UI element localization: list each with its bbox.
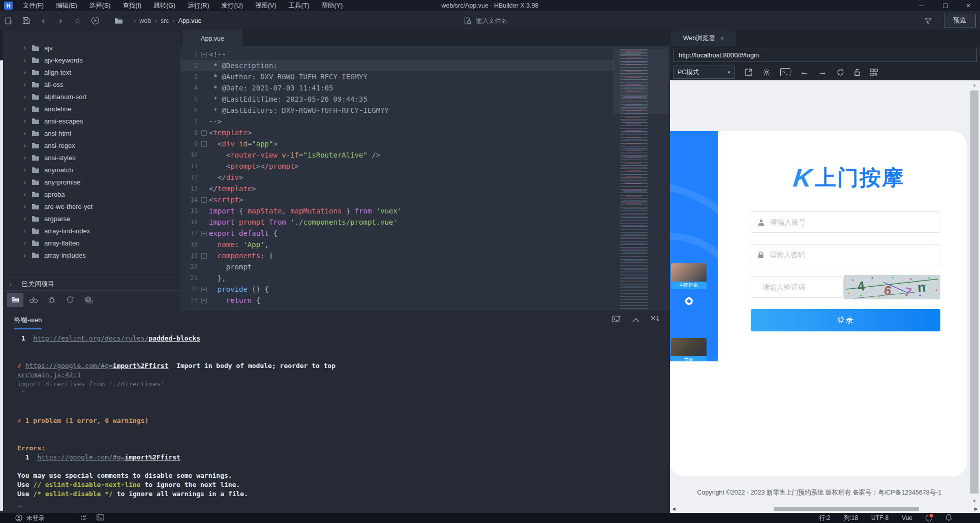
code-line[interactable]: 10 <router-view v-if="isRouterAlive" />: [180, 149, 614, 161]
fold-toggle[interactable]: [201, 175, 207, 180]
scroll-up-icon[interactable]: ▲: [969, 82, 980, 87]
chevron-right-icon[interactable]: [23, 239, 32, 247]
minimap-viewport[interactable]: [613, 49, 668, 114]
code-line[interactable]: 7 -->: [180, 116, 614, 127]
code-line[interactable]: 20 prompt: [180, 261, 614, 272]
close-tab-icon[interactable]: ×: [720, 35, 724, 42]
tree-item-folder[interactable]: are-we-there-yet: [3, 200, 180, 212]
tree-item-folder[interactable]: array-find-index: [3, 225, 180, 237]
tree-item-folder[interactable]: ansi-escapes: [3, 115, 180, 127]
code-line[interactable]: 18 name: 'App',: [180, 239, 614, 250]
chevron-right-icon[interactable]: [23, 214, 32, 223]
menu-item[interactable]: 选择(S): [84, 1, 116, 11]
tree-item-folder[interactable]: ansi-styles: [3, 151, 180, 164]
tab-app-vue[interactable]: App.vue: [182, 30, 242, 46]
fold-toggle[interactable]: [201, 85, 207, 91]
code-line[interactable]: 14 − <script>: [180, 194, 614, 205]
collapse-panel-button[interactable]: [632, 316, 639, 324]
code-line[interactable]: 11 <prompt></prompt>: [180, 161, 614, 172]
fold-toggle[interactable]: [201, 242, 207, 248]
fold-toggle[interactable]: [201, 275, 207, 281]
update-notification-icon[interactable]: [926, 515, 932, 521]
fold-toggle[interactable]: −: [201, 253, 207, 259]
tree-item-folder[interactable]: amdefine: [3, 103, 180, 115]
chevron-right-icon[interactable]: [23, 202, 32, 210]
terminal-tab-web[interactable]: 终端-web: [14, 316, 42, 329]
closed-projects-row[interactable]: 已关闭项目: [3, 278, 180, 290]
vertical-scroll-thumb[interactable]: [970, 90, 978, 494]
scroll-right-icon[interactable]: ▶: [974, 506, 978, 511]
tree-item-folder[interactable]: argparse: [3, 212, 180, 225]
chevron-right-icon[interactable]: [23, 178, 32, 186]
fold-toggle[interactable]: [201, 264, 207, 270]
menu-item[interactable]: 工具(T): [284, 1, 315, 11]
fold-toggle[interactable]: [201, 63, 207, 69]
close-button[interactable]: ×: [957, 0, 980, 11]
fold-toggle[interactable]: −: [201, 52, 207, 57]
code-line[interactable]: 2 * @Description:: [180, 60, 614, 71]
files-view-button[interactable]: [7, 293, 23, 307]
tree-item-folder[interactable]: ansi-html: [3, 127, 180, 139]
encoding-indicator[interactable]: UTF-8: [871, 514, 889, 521]
code-line[interactable]: 16 import prompt from './components/prom…: [180, 217, 614, 228]
password-input[interactable]: [770, 251, 934, 259]
chevron-right-icon[interactable]: [23, 44, 32, 52]
code-line[interactable]: 17 − export default {: [180, 228, 614, 239]
scroll-left-icon[interactable]: ◀: [672, 506, 676, 511]
horizontal-scrollbar[interactable]: ◀ ▶: [670, 506, 980, 513]
favorite-button[interactable]: ☆: [69, 14, 86, 27]
fold-toggle[interactable]: [201, 119, 207, 125]
horizontal-scroll-thumb[interactable]: [774, 507, 919, 511]
back-button[interactable]: ‹: [35, 14, 52, 27]
tree-item-folder[interactable]: any-promise: [3, 176, 180, 188]
code-line[interactable]: 1 − <!--: [180, 49, 614, 60]
history-view-button[interactable]: [62, 293, 78, 307]
chevron-right-icon[interactable]: [23, 117, 32, 125]
vertical-scrollbar[interactable]: ▲ ▼: [969, 80, 980, 506]
captcha-field[interactable]: [751, 276, 844, 298]
menu-item[interactable]: 查找(I): [117, 1, 146, 11]
chevron-right-icon[interactable]: [23, 141, 32, 149]
debug-view-button[interactable]: [44, 293, 60, 307]
fold-toggle[interactable]: −: [201, 141, 207, 147]
notifications-button[interactable]: [945, 514, 952, 522]
chevron-right-icon[interactable]: [23, 80, 32, 88]
chevron-right-icon[interactable]: [23, 227, 32, 235]
fold-toggle[interactable]: −: [201, 130, 207, 136]
minimap[interactable]: [616, 49, 666, 309]
minimize-button[interactable]: [910, 0, 933, 11]
menu-item[interactable]: 文件(F): [18, 1, 49, 11]
save-button[interactable]: [17, 14, 35, 27]
breadcrumb-item[interactable]: web: [130, 17, 151, 24]
captcha-image[interactable]: 4 6 7 n: [844, 275, 940, 299]
fold-toggle[interactable]: −: [201, 298, 207, 303]
new-file-button[interactable]: [0, 14, 17, 27]
code-line[interactable]: 15 import { mapState, mapMutations } fro…: [180, 205, 614, 217]
code-line[interactable]: 19 − components: {: [180, 250, 614, 261]
fold-toggle[interactable]: [201, 74, 207, 80]
language-mode-indicator[interactable]: Vue: [902, 514, 912, 521]
code-line[interactable]: 3 * @Author: DXV-RGWU-TUFH-RFCY-IEGMYY: [180, 71, 614, 82]
code-line[interactable]: 8 − <template>: [180, 127, 614, 138]
breadcrumb-item[interactable]: src: [151, 17, 169, 24]
url-input[interactable]: [673, 48, 977, 62]
fold-toggle[interactable]: [201, 208, 207, 214]
tree-item-folder[interactable]: ajv-keywords: [3, 54, 180, 66]
menu-item[interactable]: 运行(R): [182, 1, 214, 11]
account-input[interactable]: [770, 218, 934, 226]
code-editor[interactable]: App.vue 1 − <!-- 2 * @Description: 3: [180, 30, 670, 311]
new-terminal-button[interactable]: [612, 315, 621, 324]
filter-button[interactable]: [920, 14, 937, 27]
scroll-down-icon[interactable]: ▼: [969, 499, 980, 504]
code-line[interactable]: 5 * @LastEditTime: 2023-05-26 09:44:35: [180, 94, 614, 105]
cursor-col-indicator[interactable]: 列:18: [843, 514, 858, 522]
fold-toggle[interactable]: [201, 97, 207, 102]
browser-tab[interactable]: Web浏览器 ×: [671, 30, 736, 46]
preview-button[interactable]: 预览: [944, 14, 976, 27]
captcha-input[interactable]: [762, 283, 854, 291]
tree-item-folder[interactable]: align-text: [3, 66, 180, 78]
code-line[interactable]: 9 − <div id="app">: [180, 138, 614, 149]
fold-toggle[interactable]: [201, 164, 207, 169]
browser-forward-button[interactable]: →: [818, 67, 827, 77]
tree-item-folder[interactable]: anymatch: [3, 164, 180, 176]
